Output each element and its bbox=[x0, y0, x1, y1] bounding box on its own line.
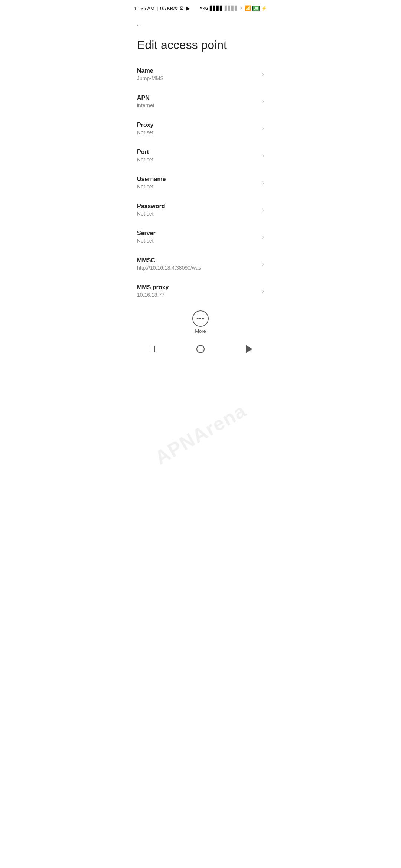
status-right: * 4G ▋▋▋▋ ▋▋▋▋ ✕ 📶 38 ⚡ bbox=[200, 5, 267, 11]
settings-item-label: Username bbox=[137, 176, 259, 183]
video-icon: ▶ bbox=[186, 6, 190, 11]
settings-item-content: MMSC http://10.16.18.4:38090/was bbox=[137, 257, 259, 271]
settings-item-content: Name Jump-MMS bbox=[137, 68, 259, 81]
settings-item-content: Port Not set bbox=[137, 149, 259, 162]
back-arrow-icon: ← bbox=[136, 21, 144, 30]
chevron-right-icon: › bbox=[262, 287, 264, 295]
settings-item-value: 10.16.18.77 bbox=[137, 292, 259, 298]
status-time: 11:35 AM bbox=[134, 6, 154, 11]
more-circle-icon: ••• bbox=[192, 310, 209, 327]
chevron-right-icon: › bbox=[262, 206, 264, 214]
settings-item-content: MMS proxy 10.16.18.77 bbox=[137, 284, 259, 298]
settings-item-value: Not set bbox=[137, 157, 259, 162]
settings-item-label: Name bbox=[137, 68, 259, 74]
status-speed: 0.7KB/s bbox=[160, 6, 177, 11]
settings-item[interactable]: APN internet › bbox=[128, 88, 273, 115]
back-nav-icon bbox=[246, 345, 252, 353]
more-button[interactable]: ••• More bbox=[128, 305, 273, 338]
settings-item[interactable]: Proxy Not set › bbox=[128, 115, 273, 142]
settings-item-label: Server bbox=[137, 230, 259, 237]
settings-item-value: Not set bbox=[137, 211, 259, 217]
settings-item-content: Proxy Not set bbox=[137, 122, 259, 135]
wifi-icon: 📶 bbox=[245, 5, 251, 11]
settings-item-label: Password bbox=[137, 203, 259, 210]
settings-item[interactable]: Password Not set › bbox=[128, 196, 273, 223]
settings-item-label: Proxy bbox=[137, 122, 259, 128]
settings-item-label: APN bbox=[137, 95, 259, 101]
status-bar: 11:35 AM | 0.7KB/s ⚙ ▶ * 4G ▋▋▋▋ ▋▋▋▋ ✕ … bbox=[128, 0, 273, 15]
page-title: Edit access point bbox=[128, 35, 273, 61]
settings-icon: ⚙ bbox=[179, 5, 184, 11]
settings-item-value: Jump-MMS bbox=[137, 75, 259, 81]
back-nav-button[interactable] bbox=[244, 343, 255, 355]
settings-item[interactable]: MMS proxy 10.16.18.77 › bbox=[128, 277, 273, 305]
settings-item-content: Password Not set bbox=[137, 203, 259, 217]
bluetooth-icon: * bbox=[200, 6, 202, 11]
settings-item-label: Port bbox=[137, 149, 259, 155]
settings-item-value: http://10.16.18.4:38090/was bbox=[137, 265, 259, 271]
charging-icon: ⚡ bbox=[261, 6, 267, 11]
settings-item[interactable]: Name Jump-MMS › bbox=[128, 61, 273, 88]
chevron-right-icon: › bbox=[262, 70, 264, 78]
chevron-right-icon: › bbox=[262, 152, 264, 160]
settings-item[interactable]: Server Not set › bbox=[128, 223, 273, 250]
signal2-icon: ▋▋▋▋ bbox=[225, 6, 238, 11]
back-button[interactable]: ← bbox=[134, 19, 145, 32]
bottom-nav bbox=[128, 338, 273, 361]
settings-item-content: Username Not set bbox=[137, 176, 259, 190]
settings-item-value: Not set bbox=[137, 129, 259, 135]
home-button[interactable] bbox=[194, 343, 207, 355]
network-4g-icon: 4G bbox=[203, 6, 208, 10]
status-left: 11:35 AM | 0.7KB/s ⚙ ▶ bbox=[134, 5, 190, 11]
battery-icon: 38 bbox=[252, 6, 260, 11]
more-dots-icon: ••• bbox=[196, 315, 205, 323]
settings-list: Name Jump-MMS › APN internet › Proxy Not… bbox=[128, 61, 273, 305]
settings-item[interactable]: Port Not set › bbox=[128, 142, 273, 169]
settings-item-label: MMS proxy bbox=[137, 284, 259, 291]
settings-item-value: Not set bbox=[137, 238, 259, 244]
recents-icon bbox=[149, 346, 155, 352]
back-area: ← bbox=[128, 15, 273, 35]
settings-item[interactable]: MMSC http://10.16.18.4:38090/was › bbox=[128, 250, 273, 277]
chevron-right-icon: › bbox=[262, 125, 264, 132]
home-icon bbox=[196, 345, 205, 353]
chevron-right-icon: › bbox=[262, 233, 264, 241]
signal-icon: ▋▋▋▋ bbox=[210, 6, 223, 11]
chevron-right-icon: › bbox=[262, 260, 264, 268]
chevron-right-icon: › bbox=[262, 179, 264, 187]
recents-button[interactable] bbox=[146, 343, 157, 355]
settings-item-value: Not set bbox=[137, 184, 259, 190]
settings-item[interactable]: Username Not set › bbox=[128, 169, 273, 196]
more-label: More bbox=[195, 328, 206, 334]
chevron-right-icon: › bbox=[262, 98, 264, 105]
no-signal-icon: ✕ bbox=[239, 6, 243, 11]
settings-item-content: Server Not set bbox=[137, 230, 259, 244]
status-separator: | bbox=[157, 6, 158, 11]
settings-item-label: MMSC bbox=[137, 257, 259, 264]
settings-item-content: APN internet bbox=[137, 95, 259, 108]
settings-item-value: internet bbox=[137, 102, 259, 108]
